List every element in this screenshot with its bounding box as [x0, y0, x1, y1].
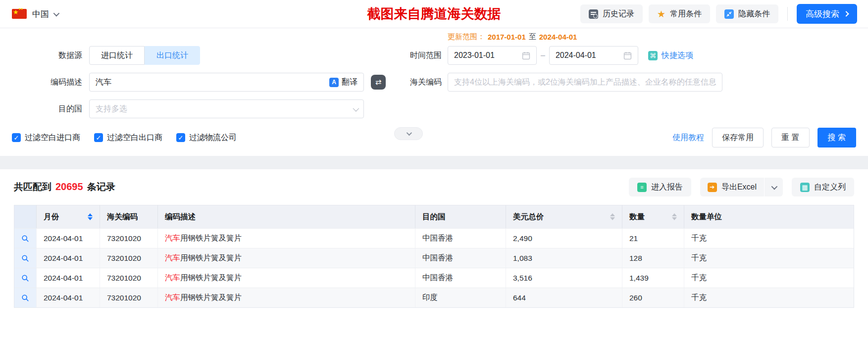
search-button[interactable]: 搜 索 — [817, 128, 856, 147]
chevron-right-icon — [843, 11, 849, 16]
form-action-group: 使用教程 保存常用 重 置 搜 索 — [672, 128, 856, 147]
save-common-button[interactable]: 保存常用 — [712, 128, 764, 147]
header-quantity: 数量 — [622, 205, 684, 228]
reset-button[interactable]: 重 置 — [771, 128, 809, 147]
filter-blank-exporter-checkbox[interactable]: ✓ 过滤空白出口商 — [94, 133, 162, 143]
update-range-to: 2024-04-01 — [539, 33, 577, 41]
tab-import-stats[interactable]: 进口统计 — [89, 46, 145, 65]
cell-quantity: 1,439 — [622, 268, 684, 288]
cell-month: 2024-04-01 — [37, 288, 100, 307]
update-range-from: 2017-01-01 — [488, 33, 526, 41]
header-destination: 目的国 — [415, 205, 506, 228]
export-options-button[interactable] — [765, 178, 783, 196]
enter-report-button[interactable]: ≡ 进入报告 — [629, 178, 691, 196]
export-excel-button[interactable]: ➔ 导出Excel — [700, 182, 764, 193]
country-label: 中国 — [32, 8, 49, 20]
time-range-label: 时间范围 — [402, 50, 448, 61]
table-row: 2024-04-01 73201020 汽车用钢铁片簧及簧片 中国香港 2,49… — [14, 228, 854, 248]
table-header-row: 月份 海关编码 编码描述 目的国 美元总价 数量 数量单位 — [14, 205, 854, 228]
translate-icon: A — [329, 78, 339, 87]
destination-select[interactable]: 支持多选 — [89, 99, 364, 118]
filter-blank-importer-checkbox[interactable]: ✓ 过滤空白进口商 — [12, 133, 80, 143]
match-suffix: 条记录 — [87, 181, 115, 194]
chevron-down-icon — [771, 183, 778, 190]
row-detail-button[interactable] — [14, 288, 37, 307]
description-text: 用钢铁片簧及簧片 — [180, 233, 242, 244]
update-range: 更新范围： 2017-01-01 至 2024-04-01 — [448, 31, 868, 42]
report-icon: ≡ — [637, 183, 647, 192]
cell-quantity: 128 — [622, 248, 684, 268]
history-button[interactable]: 历史记录 — [580, 4, 643, 23]
topbar-actions: 历史记录 ★ 常用条件 隐藏条件 高级搜索 — [580, 4, 857, 24]
sort-month-button[interactable] — [88, 213, 93, 220]
code-description-input[interactable] — [96, 78, 329, 87]
top-bar: ★★★ 中国 截图来自腾道海关数据 历史记录 ★ 常用条件 隐藏条件 高级搜索 — [0, 0, 868, 28]
cell-customs-code: 73201020 — [100, 288, 158, 307]
cell-description: 汽车用钢铁片簧及簧片 — [158, 288, 415, 307]
date-separator: – — [541, 51, 545, 60]
tutorial-link[interactable]: 使用教程 — [672, 133, 704, 143]
filter-label: 过滤空白出口商 — [107, 133, 162, 143]
cell-destination: 中国香港 — [415, 229, 506, 248]
cell-usd-total: 3,516 — [506, 268, 622, 288]
cell-usd-total: 1,083 — [506, 248, 622, 268]
header-customs-code: 海关编码 — [100, 205, 158, 228]
cell-unit: 千克 — [684, 268, 854, 288]
destination-placeholder: 支持多选 — [96, 104, 127, 114]
sort-usd-button[interactable] — [610, 213, 615, 220]
cell-quantity: 21 — [622, 229, 684, 248]
checkbox-checked-icon: ✓ — [94, 133, 103, 142]
star-icon: ★ — [657, 9, 665, 19]
match-summary: 共匹配到 20695 条记录 — [14, 181, 115, 194]
favorite-conditions-button[interactable]: ★ 常用条件 — [649, 4, 710, 23]
quick-options-button[interactable]: ⌘ 快捷选项 — [648, 50, 693, 61]
advanced-search-button[interactable]: 高级搜索 — [797, 4, 857, 24]
code-description-field: A 翻译 — [89, 73, 364, 92]
expand-conditions-button[interactable] — [394, 127, 423, 140]
calendar-icon — [623, 51, 632, 60]
chevron-down-icon — [53, 10, 60, 16]
header-month-label: 月份 — [44, 212, 59, 222]
update-range-label: 更新范围： — [448, 32, 485, 42]
row-detail-button[interactable] — [14, 268, 37, 288]
customs-code-label: 海关编码 — [402, 77, 448, 88]
tab-export-stats[interactable]: 出口统计 — [145, 46, 200, 65]
cell-month: 2024-04-01 — [37, 229, 100, 248]
customize-columns-button[interactable]: ▦ 自定义列 — [792, 178, 854, 196]
results-table: 月份 海关编码 编码描述 目的国 美元总价 数量 数量单位 2024-04-01… — [14, 205, 854, 308]
translate-button[interactable]: A 翻译 — [329, 77, 357, 88]
sort-quantity-button[interactable] — [672, 213, 677, 220]
description-text: 用钢铁片簧及簧片 — [180, 253, 242, 263]
exchange-button[interactable]: ⇄ — [371, 75, 386, 90]
customize-columns-label: 自定义列 — [814, 182, 846, 193]
history-button-label: 历史记录 — [603, 9, 634, 19]
table-body: 2024-04-01 73201020 汽车用钢铁片簧及簧片 中国香港 2,49… — [14, 228, 854, 307]
advanced-search-label: 高级搜索 — [806, 8, 839, 20]
columns-icon: ▦ — [800, 183, 810, 192]
china-flag-icon: ★★★ — [12, 9, 27, 19]
collapse-icon — [724, 9, 734, 19]
section-divider-band — [0, 156, 868, 169]
magnifier-icon — [21, 293, 29, 302]
results-panel: 共匹配到 20695 条记录 ≡ 进入报告 ➔ 导出Excel ▦ 自 — [0, 169, 868, 308]
chevron-down-icon — [407, 130, 412, 136]
customs-code-field — [448, 73, 722, 92]
filter-logistics-checkbox[interactable]: ✓ 过滤物流公司 — [176, 133, 237, 143]
hide-conditions-button[interactable]: 隐藏条件 — [716, 4, 778, 23]
results-header: 共匹配到 20695 条记录 ≡ 进入报告 ➔ 导出Excel ▦ 自 — [14, 169, 854, 205]
start-date-field[interactable]: 2023-01-01 — [448, 46, 537, 65]
hide-conditions-label: 隐藏条件 — [738, 9, 770, 19]
data-source-tabs: 进口统计 出口统计 — [89, 46, 200, 65]
data-source-label: 数据源 — [0, 50, 89, 61]
cell-usd-total: 2,490 — [506, 229, 622, 248]
country-selector[interactable]: 中国 — [32, 8, 58, 20]
end-date-field[interactable]: 2024-04-01 — [549, 46, 638, 65]
customs-code-input[interactable] — [454, 78, 716, 87]
row-detail-button[interactable] — [14, 248, 37, 268]
cell-description: 汽车用钢铁片簧及簧片 — [158, 248, 415, 268]
end-date-value: 2024-04-01 — [556, 51, 596, 60]
table-row: 2024-04-01 73201020 汽车用钢铁片簧及簧片 印度 644 26… — [14, 288, 854, 307]
divider — [787, 7, 788, 21]
row-detail-button[interactable] — [14, 229, 37, 248]
header-quantity-label: 数量 — [629, 212, 645, 222]
